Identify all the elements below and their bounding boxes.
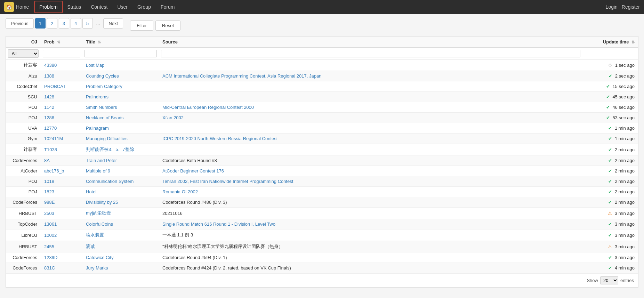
prob-link[interactable]: 8A [44,158,50,163]
nav-problem[interactable]: Problem [34,1,62,13]
cell-prob: abc176_b [41,166,82,176]
oj-filter-select[interactable]: All POJ CodeForces Aizu UVA Gym AtCoder … [8,49,39,58]
prob-link[interactable]: 831C [44,265,55,271]
source-link[interactable]: ICPC 2019-2020 North-Western Russia Regi… [162,136,277,141]
table-row: 计蒜客 T1038 判断能否被3、5、7整除 ✔ 2 min ago [6,144,638,155]
update-sort-icon[interactable]: ⇅ [631,40,635,44]
table-row: HRBUST 2503 myj的尘歌壶 20211016 ⚠ 3 min ago [6,208,638,219]
prev-button[interactable]: Previous [6,18,34,29]
cell-source: Romania OI 2002 [159,187,582,197]
prob-link[interactable]: 1142 [44,105,54,110]
cell-update: ✔ 46 sec ago [582,102,638,113]
title-link[interactable]: 滴减 [86,244,95,249]
title-link[interactable]: Necklace of Beads [86,115,123,120]
title-filter-input[interactable] [84,50,157,57]
prob-link[interactable]: 102411M [44,136,63,141]
nav-status[interactable]: Status [63,1,86,13]
title-link[interactable]: myj的尘歌壶 [86,210,111,216]
title-sort-icon[interactable]: ⇅ [98,40,101,44]
prob-link[interactable]: abc176_b [44,168,64,174]
table-row: CodeForces 831C Jury Marks Codeforces Ro… [6,263,638,273]
page-5[interactable]: 5 [82,18,93,29]
nav-forum[interactable]: Forum [156,1,179,13]
register-link[interactable]: Register [622,4,640,10]
prob-link[interactable]: 1823 [44,189,54,194]
source-link[interactable]: Xi'an 2002 [162,115,184,120]
title-link[interactable]: Palinagram [86,126,109,131]
page-4[interactable]: 4 [71,18,81,29]
cell-source: 20211016 [159,208,582,219]
prob-link[interactable]: 43380 [44,63,57,68]
prob-link[interactable]: 988E [44,200,55,205]
title-link[interactable]: 喷水装置 [86,232,104,237]
title-link[interactable]: Communication System [86,179,134,184]
prob-link[interactable]: 1286 [44,115,54,120]
status-icon: ✔ [606,84,610,89]
source-filter-input[interactable] [161,50,580,57]
prob-link[interactable]: 1018 [44,179,54,184]
prob-link[interactable]: 13061 [44,222,57,227]
title-link[interactable]: Smith Numbers [86,105,117,110]
title-link[interactable]: Problem Category [86,84,122,89]
filter-button[interactable]: Filter [130,21,153,31]
cell-update: ✔ 15 sec ago [582,81,638,92]
prob-link[interactable]: 12770 [44,126,57,131]
title-link[interactable]: Managing Difficulties [86,136,128,141]
source-link[interactable]: Single Round Match 616 Round 1 - Divisio… [162,222,275,227]
nav-contest[interactable]: Contest [86,1,112,13]
table-row: HRBUST 2455 滴减 "科林明伦杯"哈尔滨理工大学第九届程序设计团队赛（… [6,241,638,252]
cell-prob: T1038 [41,144,82,155]
source-text: Codeforces Round #486 (Div. 3) [162,200,227,205]
cell-update: ✔ 2 min ago [582,197,638,208]
page-3[interactable]: 3 [59,18,69,29]
prob-filter-input[interactable] [43,50,80,57]
prob-sort-icon[interactable]: ⇅ [57,40,60,44]
title-link[interactable]: ColorfulCoins [86,222,113,227]
title-link[interactable]: 判断能否被3、5、7整除 [86,147,134,152]
prob-link[interactable]: T1038 [44,147,57,152]
title-link[interactable]: Counting Cycles [86,73,119,79]
title-link[interactable]: Multiple of 9 [86,168,110,174]
update-time-text: 1 min ago [615,126,635,131]
prob-link[interactable]: 1239D [44,255,57,260]
source-link[interactable]: Mid-Central European Regional Contest 20… [162,105,254,110]
prob-link[interactable]: 10002 [44,233,57,238]
cell-oj: SCU [6,92,41,102]
show-select[interactable]: 10 20 50 100 [600,276,618,284]
page-2[interactable]: 2 [47,18,57,29]
table-row: LibreOJ 10002 喷水装置 一本通 1.1 例 3 ✔ 3 min a… [6,229,638,241]
source-text: 一本通 1.1 例 3 [162,232,193,237]
cell-update: ✔ 2 min ago [582,176,638,187]
title-link[interactable]: Train and Peter [86,158,117,163]
title-link[interactable]: Palindroms [86,94,108,99]
status-icon: ✔ [608,136,612,141]
title-link[interactable]: Lost Map [86,63,104,68]
brand-label[interactable]: Home [16,4,29,10]
cell-title: Catowice City [82,252,159,263]
source-link[interactable]: AtCoder Beginner Contest 176 [162,168,224,174]
filter-title-cell [82,48,159,59]
source-link[interactable]: Romania OI 2002 [162,189,198,194]
prob-link[interactable]: 2455 [44,244,54,249]
nav-group[interactable]: Group [132,1,156,13]
title-link[interactable]: Catowice City [86,255,113,260]
source-link[interactable]: Tehran 2002, First Iran Nationwide Inter… [162,179,293,184]
prob-link[interactable]: PROBCAT [44,84,66,89]
filter-oj-cell: All POJ CodeForces Aizu UVA Gym AtCoder … [6,48,41,59]
cell-oj: POJ [6,176,41,187]
table-row: SCU 1428 Palindroms ✔ 45 sec ago [6,92,638,102]
reset-button[interactable]: Reset [155,21,180,31]
prob-link[interactable]: 2503 [44,211,54,216]
login-link[interactable]: Login [606,4,618,10]
update-time-text: 2 min ago [615,179,635,184]
problems-table: OJ Prob ⇅ Title ⇅ Source Update time [6,37,638,273]
title-link[interactable]: Jury Marks [86,265,108,271]
page-1[interactable]: 1 [35,18,46,29]
title-link[interactable]: Hotel [86,189,96,194]
nav-user[interactable]: User [112,1,132,13]
prob-link[interactable]: 1428 [44,94,54,99]
next-button[interactable]: Next [103,18,123,29]
prob-link[interactable]: 1388 [44,73,54,79]
title-link[interactable]: Divisibility by 25 [86,200,118,205]
source-link[interactable]: ACM International Collegiate Programming… [162,73,321,79]
